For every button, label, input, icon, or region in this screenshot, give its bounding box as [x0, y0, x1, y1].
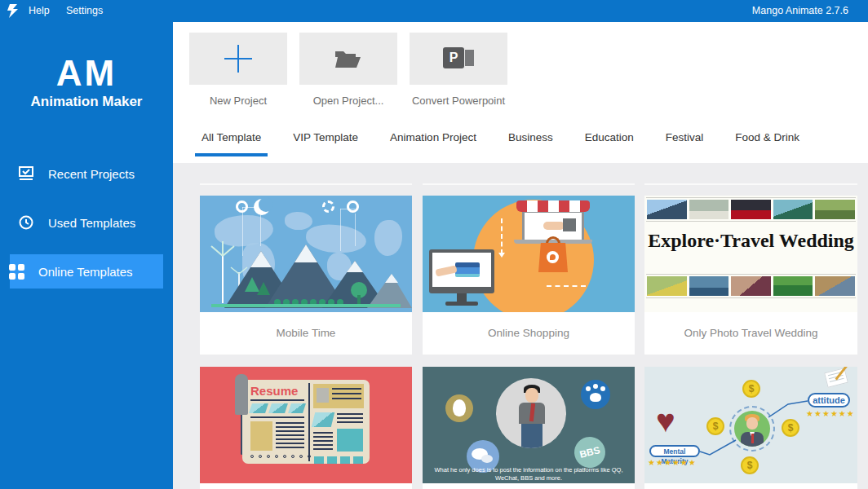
sidebar-item-label: Online Templates — [38, 265, 133, 279]
template-grid: Mobile Time — [173, 163, 868, 489]
photo-strip — [646, 197, 856, 222]
sidebar-item-label: Used Templates — [48, 216, 135, 230]
template-title — [200, 483, 412, 489]
template-title: Mobile Time — [200, 312, 412, 355]
coin-icon: $ — [742, 380, 760, 398]
template-card-travel-wedding[interactable]: Explore·Travel Wedding Only Photo Travel… — [644, 196, 857, 355]
qq-icon — [445, 394, 473, 422]
template-title — [644, 483, 857, 489]
grid-icon — [9, 264, 24, 279]
mental-maturity-label: Mental Maturity — [649, 445, 700, 457]
tab-all-template[interactable]: All Template — [195, 131, 268, 156]
scrolled-card-edge — [423, 183, 635, 185]
coin-icon: $ — [782, 419, 799, 437]
template-card-social-platforms[interactable]: BBS What he only does is to post the inf… — [423, 367, 635, 489]
star-rating: ★★★★★★ — [648, 458, 697, 467]
coin-icon: $ — [706, 417, 724, 435]
open-project-button[interactable]: Open Project... — [299, 33, 397, 107]
top-bar: Help Settings Mango Animate 2.7.6 — [0, 0, 868, 22]
template-thumbnail: BBS What he only does is to post the inf… — [423, 367, 635, 483]
main-content: New Project Open Project... P Convert Po… — [173, 22, 868, 489]
tab-vip-template[interactable]: VIP Template — [286, 131, 365, 156]
tasks-icon — [19, 166, 33, 181]
tab-food-drink[interactable]: Food & Drink — [728, 131, 806, 156]
heart-icon: ♥ — [656, 404, 675, 437]
tab-business[interactable]: Business — [502, 131, 560, 156]
open-folder-icon — [334, 48, 362, 69]
template-card-online-shopping[interactable]: Online Shopping — [423, 196, 635, 355]
template-title: Online Shopping — [423, 312, 635, 355]
sidebar-item-recent-projects[interactable]: Recent Projects — [0, 155, 173, 192]
star-rating: ★★★★★★ — [806, 409, 855, 418]
tab-festival[interactable]: Festival — [659, 131, 711, 156]
paw-icon — [581, 380, 610, 409]
template-card-mindmap[interactable]: $ $ $ $ attitude ★★★★★★ Mental Maturity … — [644, 367, 857, 489]
powerpoint-icon: P — [443, 47, 474, 70]
scrolled-card-edge — [200, 183, 412, 185]
scrolled-card-edge — [644, 183, 857, 185]
app-logo-tagline: Animation Maker — [0, 94, 173, 110]
app-title: Mango Animate 2.7.6 — [752, 0, 848, 22]
settings-menu[interactable]: Settings — [66, 0, 103, 22]
sidebar-item-online-templates[interactable]: Online Templates — [0, 253, 173, 290]
sidebar-item-label: Recent Projects — [48, 167, 135, 181]
tab-animation-project[interactable]: Animation Project — [383, 131, 483, 156]
template-title — [423, 483, 635, 489]
mountains-illustration — [200, 196, 412, 312]
attitude-label: attitude — [808, 393, 850, 408]
template-title: Only Photo Travel Wedding — [644, 312, 857, 355]
resume-overlay-text: Resume — [250, 384, 298, 398]
open-project-label: Open Project... — [299, 95, 397, 107]
avatar — [734, 411, 770, 447]
coin-icon: $ — [741, 456, 759, 474]
new-project-button[interactable]: New Project — [189, 33, 287, 107]
plus-icon — [224, 45, 252, 73]
template-card-mobile-time[interactable]: Mobile Time — [200, 196, 412, 355]
clock-icon — [19, 215, 33, 230]
template-tabs: All Template VIP Template Animation Proj… — [195, 131, 806, 156]
tab-education[interactable]: Education — [578, 131, 640, 156]
template-thumbnail — [423, 196, 635, 312]
new-project-label: New Project — [189, 95, 287, 107]
template-overlay-text: What he only does is to post the informa… — [427, 466, 631, 482]
template-thumbnail: Explore·Travel Wedding — [644, 196, 857, 312]
template-thumbnail — [200, 196, 412, 312]
template-card-resume[interactable]: Resume — [200, 367, 412, 489]
sidebar: AM Animation Maker Recent Projects Used … — [0, 22, 173, 489]
sidebar-item-used-templates[interactable]: Used Templates — [0, 204, 173, 241]
mango-bolt-icon — [7, 4, 19, 18]
help-menu[interactable]: Help — [29, 0, 50, 22]
app-logo: AM — [0, 53, 173, 94]
photo-strip — [646, 274, 856, 298]
template-thumbnail: Resume — [200, 367, 412, 483]
template-overlay-title: Explore·Travel Wedding — [644, 230, 857, 252]
template-thumbnail: $ $ $ $ attitude ★★★★★★ Mental Maturity … — [644, 367, 857, 483]
convert-powerpoint-button[interactable]: P Convert Powerpoint — [410, 33, 507, 107]
convert-powerpoint-label: Convert Powerpoint — [410, 95, 507, 107]
